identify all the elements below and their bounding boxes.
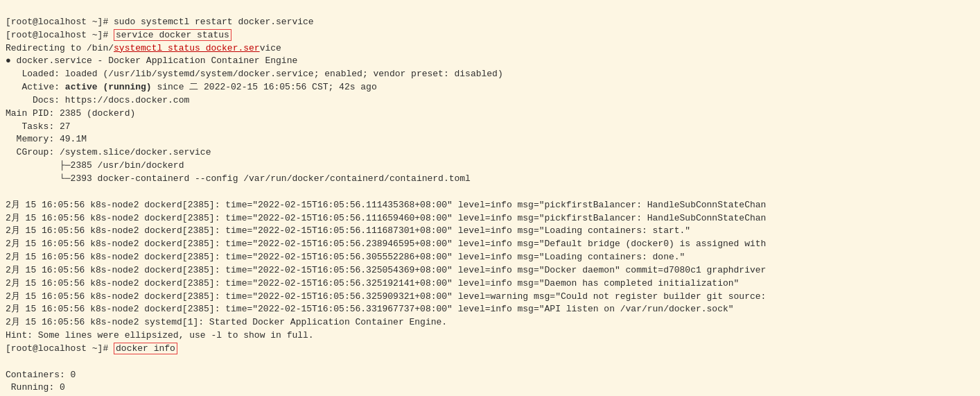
line-loaded: Loaded: loaded (/usr/lib/systemd/system/… (6, 69, 503, 79)
line-pid: Main PID: 2385 (dockerd) (6, 108, 135, 119)
line-bullet: ● docker.service - Docker Application Co… (6, 55, 297, 66)
line-docs: Docs: https://docs.docker.com (6, 95, 189, 105)
line-log-3: 2月 15 16:05:56 k8s-node2 dockerd[2385]: … (6, 225, 690, 236)
line-hint: Hint: Some lines were ellipsized, use -l… (6, 330, 314, 341)
line-cgroup-1: ├─2385 /usr/bin/dockerd (6, 160, 184, 171)
line-cgroup: CGroup: /system.slice/docker.service (6, 147, 211, 157)
line-log-4: 2月 15 16:05:56 k8s-node2 dockerd[2385]: … (6, 239, 766, 249)
line-cgroup-2: └─2393 docker-containerd --config /var/r… (6, 173, 471, 184)
line-tasks: Tasks: 27 (6, 121, 71, 132)
line-docker-info-cmd: [root@localhost ~]# docker info (6, 343, 177, 354)
line-log-10: 2月 15 16:05:56 k8s-node2 systemd[1]: Sta… (6, 317, 447, 327)
line-log-7: 2月 15 16:05:56 k8s-node2 dockerd[2385]: … (6, 278, 739, 289)
line-log-6: 2月 15 16:05:56 k8s-node2 dockerd[2385]: … (6, 265, 766, 275)
line-redirect: Redirecting to /bin/systemctl status doc… (6, 43, 281, 53)
line-log-2: 2月 15 16:05:56 k8s-node2 dockerd[2385]: … (6, 213, 766, 223)
line-service-cmd: [root@localhost ~]# service docker statu… (6, 29, 231, 41)
line-log-9: 2月 15 16:05:56 k8s-node2 dockerd[2385]: … (6, 304, 734, 314)
line-log-5: 2月 15 16:05:56 k8s-node2 dockerd[2385]: … (6, 252, 685, 262)
line-containers: Containers: 0 (6, 370, 76, 380)
line-memory: Memory: 49.1M (6, 134, 87, 144)
line-log-1: 2月 15 16:05:56 k8s-node2 dockerd[2385]: … (6, 200, 766, 210)
line-running: Running: 0 (6, 382, 65, 393)
line-prev-command: [root@localhost ~]# sudo systemctl resta… (6, 17, 314, 27)
terminal-output: [root@localhost ~]# sudo systemctl resta… (0, 0, 980, 396)
line-log-8: 2月 15 16:05:56 k8s-node2 dockerd[2385]: … (6, 291, 766, 302)
line-active: Active: active (running) since 二 2022-02… (6, 82, 377, 92)
